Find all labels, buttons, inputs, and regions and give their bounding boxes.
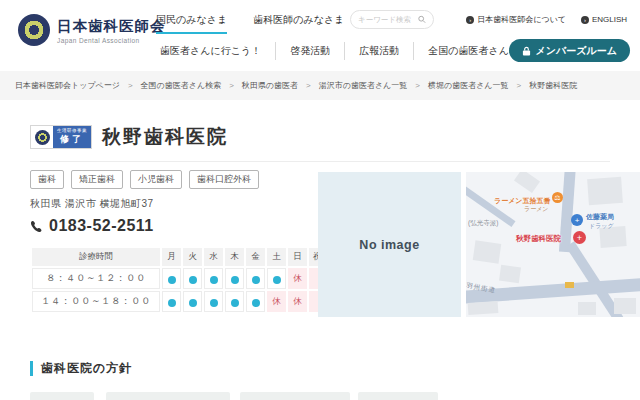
policy-tag-placeholder <box>30 392 94 400</box>
clinic-address: 秋田県 湯沢市 横堀旭町37 <box>30 197 154 211</box>
schedule-header-cell: 木 <box>225 248 244 266</box>
phone-number: 0183-52-2511 <box>49 217 154 235</box>
schedule-cell: 休 <box>288 268 307 289</box>
open-dot-icon <box>252 299 260 307</box>
treatment-tags: 歯科 矯正歯科 小児歯科 歯科口腔外科 <box>30 170 259 189</box>
circle-arrow-icon: › <box>466 16 474 24</box>
open-dot-icon <box>273 276 281 284</box>
breadcrumb-town[interactable]: 横堀の歯医者さん一覧 <box>428 80 509 91</box>
schedule-row-1: １４：００～１８：００ 休休休 <box>32 291 343 312</box>
schedule-cell <box>246 268 265 289</box>
lock-icon <box>522 46 531 56</box>
open-dot-icon <box>189 276 197 284</box>
open-dot-icon <box>189 299 197 307</box>
circle-arrow-icon: › <box>581 16 589 24</box>
nav-awareness[interactable]: 啓発活動 <box>275 42 344 60</box>
map-building <box>468 301 499 315</box>
tag-orthodontics: 矯正歯科 <box>71 170 123 189</box>
breadcrumb-separator: > <box>517 81 522 90</box>
logo-text: 日本歯科医師会 Japan Dental Association <box>57 17 166 44</box>
schedule-cell <box>162 268 181 289</box>
site-header: 日本歯科医師会 Japan Dental Association 国民のみなさま… <box>0 0 640 71</box>
breadcrumb-search[interactable]: 全国の歯医者さん検索 <box>141 80 222 91</box>
site-logo[interactable]: 日本歯科医師会 Japan Dental Association <box>18 14 166 46</box>
breadcrumb-separator: > <box>415 81 420 90</box>
english-label: ENGLISH <box>592 15 627 24</box>
breadcrumb-prefecture[interactable]: 秋田県の歯医者 <box>242 80 298 91</box>
logo-title: 日本歯科医師会 <box>57 17 166 36</box>
map-building <box>614 298 636 314</box>
policy-section-heading: 歯科医院の方針 <box>30 360 132 377</box>
restaurant-icon[interactable]: ⚖ <box>552 192 563 203</box>
map-label-clinic: 秋野歯科医院 <box>516 234 561 244</box>
search-input[interactable] <box>358 15 418 24</box>
schedule-cell <box>225 291 244 312</box>
link-english[interactable]: › ENGLISH <box>581 14 627 25</box>
clinic-marker-icon[interactable]: + <box>573 231 586 244</box>
schedule-table: 診療時間 月 火 水 木 金 土 日 祝祭日 ８：４０～１２：００ 休休 １４：… <box>30 246 345 314</box>
page-title: 秋野歯科医院 <box>102 124 228 150</box>
keyword-search[interactable] <box>350 10 434 29</box>
map-sublabel-ramen: ラーメン <box>524 205 548 214</box>
map-building <box>514 172 540 193</box>
training-completed-badge: 生涯研修事業 修了 <box>30 125 92 149</box>
clinic-photo-placeholder: No image <box>318 172 461 317</box>
schedule-header-cell: 水 <box>204 248 223 266</box>
schedule-cell: 休 <box>267 291 286 312</box>
primary-nav: 国民のみなさま 歯科医師のみなさま <box>156 13 344 34</box>
members-room-label: メンバーズルーム <box>536 44 617 58</box>
tag-dental: 歯科 <box>30 170 64 189</box>
clinic-title-row: 生涯研修事業 修了 秋野歯科医院 <box>30 124 228 150</box>
schedule-cell <box>246 291 265 312</box>
schedule-header-cell: 金 <box>246 248 265 266</box>
pharmacy-icon[interactable]: + <box>571 214 583 226</box>
map-building <box>473 240 502 263</box>
policy-tag-placeholder <box>358 392 438 400</box>
schedule-time-cell: ８：４０～１２：００ <box>32 268 160 289</box>
location-map[interactable]: ラーメン五拾五番 ラーメン ⚖ (弘光寺派) + 佐藤薬局 ドラッグ 秋野歯科医… <box>466 172 640 317</box>
page: 日本歯科医師会 Japan Dental Association 国民のみなさま… <box>0 0 640 400</box>
breadcrumb-separator: > <box>229 81 234 90</box>
breadcrumb-home[interactable]: 日本歯科医師会トップページ <box>15 80 120 91</box>
open-dot-icon <box>210 299 218 307</box>
schedule-cell <box>225 268 244 289</box>
map-building <box>578 302 596 315</box>
open-dot-icon <box>231 299 239 307</box>
open-dot-icon <box>231 276 239 284</box>
map-building <box>499 265 521 284</box>
policy-section-title: 歯科医院の方針 <box>41 360 132 377</box>
schedule-row-0: ８：４０～１２：００ 休休 <box>32 268 343 289</box>
members-room-button[interactable]: メンバーズルーム <box>509 39 630 62</box>
title-divider <box>30 161 610 162</box>
jda-emblem-icon <box>35 130 50 145</box>
badge-text: 生涯研修事業 修了 <box>53 126 91 148</box>
nav-citizens[interactable]: 国民のみなさま <box>156 13 227 34</box>
schedule-cell <box>162 291 181 312</box>
phone-icon <box>30 220 43 233</box>
schedule-cell <box>204 291 223 312</box>
schedule-header-cell: 日 <box>288 248 307 266</box>
badge-emblem <box>31 126 53 148</box>
nav-dentists[interactable]: 歯科医師のみなさま <box>253 13 344 34</box>
secondary-nav: 歯医者さんに行こう！ 啓発活動 広報活動 全国の歯医者さん検索 <box>146 42 543 60</box>
schedule-header-cell: 火 <box>183 248 202 266</box>
breadcrumb-city[interactable]: 湯沢市の歯医者さん一覧 <box>319 80 408 91</box>
clinic-phone[interactable]: 0183-52-2511 <box>30 217 154 235</box>
nav-pr[interactable]: 広報活動 <box>344 42 413 60</box>
map-crosswalk <box>565 282 574 288</box>
nav-go-to-dentist[interactable]: 歯医者さんに行こう！ <box>146 42 275 60</box>
tag-oral-surgery: 歯科口腔外科 <box>189 170 259 189</box>
about-label: 日本歯科医師会について <box>477 14 566 25</box>
schedule-header-cell: 診療時間 <box>32 248 160 266</box>
tag-pediatric: 小児歯科 <box>130 170 182 189</box>
link-about-jda[interactable]: › 日本歯科医師会について <box>466 14 566 25</box>
open-dot-icon <box>252 276 260 284</box>
open-dot-icon <box>168 299 176 307</box>
search-icon[interactable] <box>418 15 426 24</box>
breadcrumb-separator: > <box>306 81 311 90</box>
breadcrumb-current: 秋野歯科医院 <box>529 80 577 91</box>
schedule-header-cell: 月 <box>162 248 181 266</box>
map-building <box>587 177 623 205</box>
policy-tag-placeholder <box>106 392 230 400</box>
schedule-cell <box>267 268 286 289</box>
